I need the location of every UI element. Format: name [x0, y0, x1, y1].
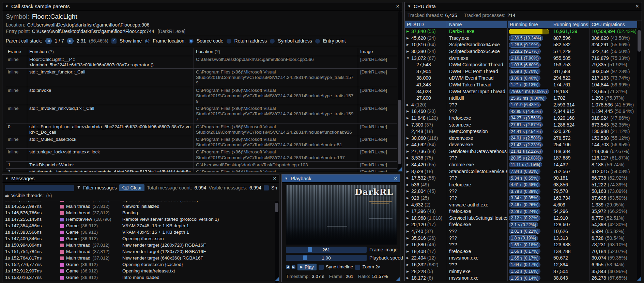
close-icon[interactable]: × [635, 3, 639, 9]
resize-grip[interactable] [396, 277, 400, 281]
function-cell[interactable]: std::unique_lock<std::mutex>::lock [27, 148, 194, 161]
expand-icon[interactable]: ▶ [407, 270, 411, 273]
cpu-row[interactable]: ▶30,060(116) devenv.exe 24.01 s (2.50%) … [405, 135, 637, 142]
message-row[interactable]: 1s 146,576,766ns Main thread (37,812) Bo… [2, 210, 279, 216]
expand-icon[interactable]: ▶ [407, 276, 411, 280]
messages-scrollbar[interactable] [275, 201, 279, 283]
callstack-scrollbar[interactable] [398, 11, 402, 171]
cpu-row[interactable]: ▶28,228(5) mintty.exe 1.52 s (0.16%) 87,… [405, 268, 637, 275]
radio-entry-point[interactable] [315, 39, 320, 44]
close-icon[interactable]: × [396, 3, 399, 9]
cpu-row[interactable]: ▶34,420(65) chrome.exe 11.11 s (1.15%) 1… [405, 162, 637, 168]
scrollbar-handle[interactable] [398, 100, 401, 164]
prev-frame-button[interactable]: ◀ [286, 265, 290, 269]
collapse-icon[interactable]: ▼ [408, 4, 411, 9]
cpu-row[interactable]: ▶18,172(8) msvsmon.exe 1.35 s (0.14%) 38… [405, 275, 637, 282]
function-cell[interactable]: std::_Mutex_base::lock [27, 136, 194, 148]
callstack-row[interactable]: 2 std::thread::_Invoke<std::tuple<<lambd… [6, 168, 397, 172]
playback-titlebar[interactable]: ▼ Playback × [282, 174, 400, 183]
expand-icon[interactable]: ▶ [407, 223, 411, 227]
message-row[interactable]: 1s 147,354,456ns Game (36,912) VRAM 37x4… [2, 223, 279, 229]
expand-icon[interactable]: ▶ [407, 263, 411, 267]
callstack-row[interactable]: inline Floor::CalcLight::__l4::<lambda_5… [6, 56, 397, 68]
message-row[interactable]: 1s 147,400,846ns Game (36,912) Opening /… [2, 236, 279, 242]
cpu-titlebar[interactable]: ▼ CPU data × [405, 2, 642, 11]
cpu-row[interactable]: ▶27,736(88) ServiceHub.DataWarehouse 21.… [405, 148, 637, 155]
expand-icon[interactable]: ▶ [407, 170, 411, 173]
next-stack-button[interactable]: ▶ [67, 38, 74, 44]
function-cell[interactable]: std::invoke [27, 87, 194, 105]
cpu-row[interactable]: ▶3,536(75) ??? 20.05 s (2.08%) 187,689 1… [405, 155, 637, 162]
message-row[interactable]: 1s 152,912,997ns Game (36,912) Opening /… [2, 268, 279, 274]
close-icon[interactable]: × [394, 176, 397, 181]
function-cell[interactable]: std::_Invoker_functor::_Call [27, 68, 194, 87]
cpu-row[interactable]: ▶18,968(1,018) ServiceHub.SettingsHost.e… [405, 215, 637, 221]
close-icon[interactable]: × [273, 176, 276, 181]
expand-icon[interactable]: ▶ [407, 210, 411, 213]
callstack-titlebar[interactable]: ▼ Call stack sample parents × [2, 2, 402, 11]
cpu-row[interactable]: 27,800 ntdll.dll 25.93 ms (0.00%) 1,702 … [405, 95, 637, 102]
expand-icon[interactable]: ▶ [407, 230, 411, 233]
expand-icon[interactable]: ▶ [407, 30, 411, 33]
scrollbar-handle[interactable] [275, 203, 278, 212]
expand-icon[interactable]: ▶ [407, 110, 411, 113]
messages-titlebar[interactable]: ▼ Messages × [2, 174, 279, 183]
radio-return-address[interactable] [227, 39, 231, 44]
callstack-row[interactable]: inline std::_Invoker_functor::_Call C:\P… [6, 68, 397, 87]
expand-icon[interactable]: ▶ [407, 196, 411, 200]
message-row[interactable]: 1s 120,355,212ns Main thread (37,812) Op… [2, 201, 279, 203]
function-cell[interactable]: std::thread::_Invoke<std::tuple<<lambda_… [27, 168, 194, 172]
cpu-row[interactable]: 41,348 DWM Token Thread 1.21 s (0.13%) 1… [405, 82, 637, 88]
frame-image-slider[interactable]: 261 [286, 247, 367, 253]
expand-icon[interactable]: ▼ [407, 56, 411, 60]
cpu-row[interactable]: ▶37,840(55) DarkRL.exe 16,931,139 10,569… [405, 28, 637, 35]
cpu-row[interactable]: ▶4(120) ??? 1:01.9 (6.43%) 2,593,314 1,0… [405, 101, 637, 108]
cpu-row[interactable]: ▶17,532(56) ??? 5.34 s (0.55%) 90,181 56… [405, 175, 637, 182]
expand-icon[interactable]: ▶ [407, 143, 411, 147]
message-row[interactable]: 1s 152,776,777ns Game (36,912) Opening /… [2, 262, 279, 268]
cpu-row[interactable]: ▶17,396(43) firefox.exe 2.28 s (0.24%) 5… [405, 208, 637, 215]
callstack-row[interactable]: inline std::invoke C:\Program Files (x86… [6, 87, 397, 105]
expand-icon[interactable]: ▶ [407, 150, 411, 153]
collapse-icon[interactable]: ▼ [5, 177, 9, 181]
radio-symbol-address[interactable] [270, 39, 275, 44]
message-row[interactable]: 1s 152,764,817ns Main thread (37,812) Ne… [2, 255, 279, 262]
cpu-row[interactable]: ▶4,740(37) ??? 2.01 s (0.21%) 10,626 6,9… [405, 228, 637, 235]
sync-timeline-checkbox[interactable] [319, 265, 324, 270]
cpu-row[interactable]: 37,904 DWM LPC Port Thread 6.69 s (0.70%… [405, 68, 637, 75]
function-cell[interactable]: std::_Invoker_ret<void,1>::_Call [27, 105, 194, 123]
expand-icon[interactable]: ▶ [407, 189, 411, 193]
radio-source-code[interactable] [189, 39, 194, 44]
collapse-icon[interactable]: ▼ [285, 177, 288, 181]
cpu-row[interactable]: ▼13,072(67) dwm.exe 1:16.1 (7.90%) 955,5… [405, 55, 637, 62]
clear-button[interactable]: ⌫Clear [119, 184, 144, 191]
message-row[interactable]: 1s 145,557,997ns Main thread (37,812) Ne… [2, 203, 279, 210]
cpu-row[interactable]: ▶536(49) firefox.exe 4.61 s (0.48%) 68,8… [405, 181, 637, 188]
expand-icon[interactable]: ▶ [407, 216, 411, 220]
cpu-row[interactable]: ▶30,380(24) ScriptedSandbox64.exe 1:28.2… [405, 48, 637, 55]
message-row[interactable]: 1s 147,383,566ns Game (36,912) VRAM 43x4… [2, 229, 279, 236]
expand-icon[interactable]: ▶ [407, 43, 411, 47]
play-button[interactable]: ▶Play [297, 264, 317, 270]
filter-input[interactable] [5, 185, 74, 191]
cpu-row[interactable]: ▶4,632(2) vmware-authd.exe 2.46 s (0.26%… [405, 201, 637, 208]
expand-icon[interactable]: ▶ [407, 183, 411, 187]
message-row[interactable]: 1s 151,754,784ns Main thread (37,812) Ne… [2, 249, 279, 255]
expand-icon[interactable]: ▶ [407, 243, 411, 247]
expand-icon[interactable]: ▶ [407, 156, 411, 160]
expand-icon[interactable]: ▶ [407, 50, 411, 53]
cpu-row[interactable]: ▶16,880(46) ??? 1.69 s (0.18%) 123,988 7… [405, 242, 637, 248]
expand-icon[interactable]: ▶ [407, 203, 411, 207]
visible-threads-line[interactable]: ⇄ Visible threads: (5) [2, 192, 279, 200]
scrollbar-handle[interactable] [638, 30, 641, 52]
cpu-row[interactable]: ▶928(25) ??? 3.34 s (0.35%) 163,734 87,6… [405, 195, 637, 202]
cpu-row[interactable]: 34,028 DWM Master Input Thread 799.64 ms… [405, 88, 637, 95]
cpu-row[interactable]: ▶8,628(18) StandardCollector.Service.e 7… [405, 168, 637, 175]
callstack-row[interactable]: 0 std::_Func_impl_no_alloc<<lambda_5bc22… [6, 123, 397, 136]
cpu-row[interactable]: ▶22,404(12) msvsmon.exe 1.65 s (0.17%) 5… [405, 255, 637, 262]
expand-icon[interactable]: ▶ [407, 163, 411, 167]
cpu-row[interactable]: ▶10,816(64) ScriptedSandbox64.exe 1:28.5… [405, 41, 637, 48]
zoom-checkbox[interactable] [355, 265, 360, 270]
cpu-row[interactable]: ▶18,460(20) ??? 42.85 s (4.45%) 2,344,91… [405, 108, 637, 115]
resize-grip[interactable] [275, 277, 279, 281]
